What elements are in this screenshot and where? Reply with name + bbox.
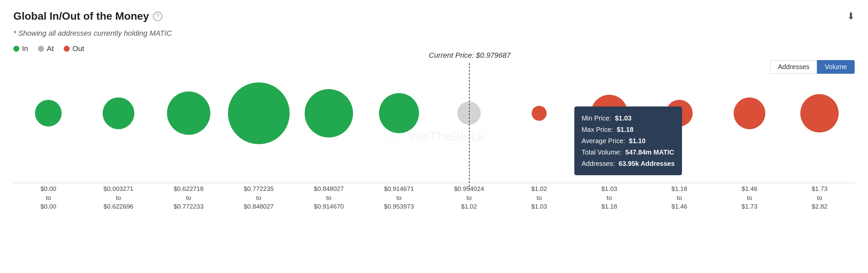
bubble-0 [35,100,62,127]
x-label-1: $0.003271to$0.622696 [83,183,153,210]
tooltip: Min Price: $1.03 Max Price: $1.18 Averag… [574,106,682,175]
tooltip-addresses: Addresses: 63.95k Addresses [582,158,675,169]
tooltip-total-vol: Total Volume: 547.84m MATIC [582,146,675,158]
bubble-10 [734,98,765,129]
tooltip-addresses-value: 63.95k Addresses [619,160,675,167]
legend-at: At [38,45,54,53]
bubble-4 [305,89,353,137]
tooltip-min-price-label: Min Price: [582,114,611,122]
tooltip-avg-price-label: Average Price: [582,137,625,144]
bubble-slot-2 [154,70,224,157]
x-label-3: $0.772235to$0.848027 [224,183,294,210]
bubble-7 [532,106,547,121]
bubble-slot-5 [364,70,434,157]
bubble-slot-4 [294,70,364,157]
x-label-10: $1.46to$1.73 [714,183,784,210]
chart-subtitle: * Showing all addresses currently holdin… [13,29,855,38]
tooltip-min-price-value: $1.03 [615,114,632,122]
bubble-slot-11 [785,70,855,157]
legend-dot-out [64,46,70,52]
bubble-5 [379,93,419,133]
page-title: Global In/Out of the Money [13,10,149,22]
help-icon[interactable]: ? [153,12,162,21]
legend-label-at: At [46,45,54,53]
tooltip-avg-price: Average Price: $1.10 [582,135,675,146]
bubble-slot-0 [13,70,83,157]
tooltip-max-price-value: $1.18 [617,126,633,133]
tooltip-min-price: Min Price: $1.03 [582,112,675,124]
bubble-1 [103,98,134,129]
legend-in: In [13,45,28,53]
tooltip-avg-price-value: $1.10 [629,137,646,144]
legend-dot-at [38,46,44,52]
chart-header: Global In/Out of the Money ? ⬇ [13,10,855,22]
download-icon[interactable]: ⬇ [847,11,855,22]
x-label-7: $1.02to$1.03 [504,183,574,210]
x-label-0: $0.00to$0.00 [13,183,83,210]
x-label-11: $1.73to$2.82 [785,183,855,210]
bubble-slot-3 [224,70,294,157]
bubble-11 [800,94,839,133]
tooltip-total-vol-label: Total Volume: [582,148,622,156]
x-axis: $0.00to$0.00$0.003271to$0.622696$0.62271… [13,183,855,210]
legend-dot-in [13,46,19,52]
tooltip-total-vol-value: 547.84m MATIC [625,148,674,156]
tooltip-max-price-label: Max Price: [582,126,613,133]
x-label-2: $0.622718to$0.772233 [154,183,224,210]
bubble-slot-1 [83,70,153,157]
legend-label-in: In [22,45,28,53]
price-line: Current Price: $0.979687 [469,63,470,190]
x-label-5: $0.914671to$0.953973 [364,183,434,210]
x-label-9: $1.18to$1.46 [644,183,714,210]
bubbles-row [13,70,855,157]
legend-label-out: Out [72,45,84,53]
legend-out: Out [64,45,84,53]
x-label-8: $1.03to$1.18 [574,183,644,210]
tooltip-max-price: Max Price: $1.18 [582,124,675,135]
x-label-4: $0.848027to$0.914670 [294,183,364,210]
bubble-slot-7 [504,70,574,157]
price-label: Current Price: $0.979687 [429,51,511,60]
tooltip-addresses-label: Addresses: [582,160,615,167]
bubble-3 [228,82,290,144]
chart-area: IntoTheBlock Current Price: $0.979687 $0… [13,63,855,210]
bubble-2 [167,91,210,135]
bubble-slot-10 [714,70,784,157]
header-left: Global In/Out of the Money ? [13,10,162,22]
